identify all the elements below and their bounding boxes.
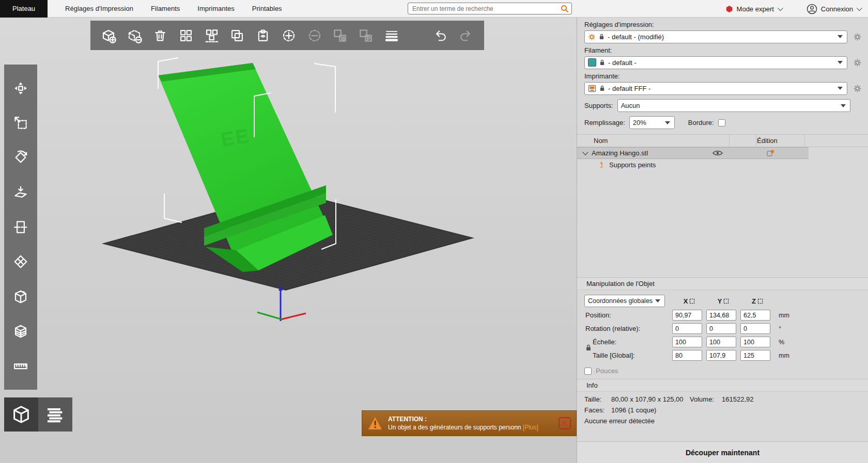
delete-all-icon[interactable] [149, 24, 172, 47]
infill-label: Remplissage: [584, 119, 625, 126]
3d-editor-view-button[interactable] [4, 397, 38, 432]
position-label: Position: [584, 311, 672, 319]
rotation-x-input[interactable] [672, 323, 702, 334]
multimaterial-paint-tool-icon[interactable] [9, 320, 33, 343]
search-input[interactable] [408, 5, 561, 12]
measure-tool-icon[interactable] [9, 354, 33, 378]
coordinates-select[interactable]: Coordonnées globales [584, 295, 665, 307]
visibility-eye-icon[interactable] [712, 150, 723, 156]
rotation-unit: ° [774, 325, 795, 332]
collapse-caret-icon[interactable] [582, 149, 588, 155]
supports-select[interactable]: Aucun [617, 99, 850, 112]
arrange-bed-icon[interactable] [200, 24, 223, 47]
filament-label: Filament: [584, 46, 868, 54]
tab-printers[interactable]: Imprimantes [197, 5, 235, 12]
size-label: Taille [Global]: [584, 352, 672, 359]
chevron-down-icon [778, 5, 783, 11]
model-logo: EE [220, 125, 252, 151]
copy-icon[interactable] [226, 24, 249, 47]
printer-gear-button[interactable] [850, 82, 864, 95]
supports-value: Aucun [621, 102, 838, 109]
login-button[interactable]: Connexion [807, 4, 861, 14]
infill-select[interactable]: 20% [629, 116, 675, 129]
supports-label: Supports: [584, 102, 613, 109]
cut-tool-icon[interactable] [9, 215, 33, 239]
object-row[interactable]: Amazing Hango.stl [577, 147, 809, 159]
filament-select[interactable]: - default - [584, 56, 847, 69]
print-settings-gear-button[interactable] [850, 30, 864, 43]
size-x-input[interactable] [672, 350, 702, 361]
brim-checkbox[interactable] [718, 119, 725, 126]
scale-x-input[interactable] [672, 337, 702, 347]
scale-tool-icon[interactable] [9, 111, 33, 135]
scale-unit: % [774, 339, 795, 346]
supports-painted-label: Supports peints [609, 161, 656, 169]
edit-object-icon[interactable] [766, 149, 774, 157]
tab-print-settings[interactable]: Réglages d'Impression [65, 5, 133, 12]
warning-message: Un objet a des générateurs de supports p… [388, 424, 521, 431]
rotation-y-input[interactable] [706, 323, 736, 334]
split-to-objects-icon[interactable] [329, 24, 351, 47]
add-object-icon[interactable] [98, 24, 120, 47]
expert-mode-selector[interactable]: Mode expert [725, 5, 782, 13]
position-x-input[interactable] [672, 310, 702, 321]
seam-tool-icon[interactable] [9, 285, 33, 309]
print-settings-select[interactable]: - default - (modifié) [584, 30, 847, 43]
paint-supports-icon [598, 161, 605, 169]
close-icon[interactable]: ✕ [559, 417, 571, 429]
tab-plateau[interactable]: Plateau [0, 0, 48, 18]
printer-select[interactable]: - default FFF - [584, 82, 847, 95]
cube-icon [11, 404, 32, 425]
paint-supports-tool-icon[interactable] [9, 250, 33, 274]
scene-canvas[interactable]: EE [0, 18, 577, 463]
inches-label: Pouces [596, 367, 618, 375]
preview-view-button[interactable] [38, 397, 72, 432]
brim-label: Bordure: [688, 119, 714, 126]
uniform-scale-lock-icon[interactable] [585, 344, 592, 353]
lock-icon [599, 85, 605, 92]
info-faces-label: Faces: [584, 406, 611, 414]
printer-icon [588, 85, 596, 92]
gear-icon [853, 84, 862, 93]
rotate-tool-icon[interactable] [9, 146, 33, 169]
rotation-z-input[interactable] [740, 323, 770, 334]
size-z-input[interactable] [740, 350, 770, 361]
redo-icon[interactable] [455, 24, 477, 47]
position-z-input[interactable] [740, 310, 770, 321]
position-unit: mm [774, 312, 795, 319]
tab-filaments[interactable]: Filaments [151, 5, 180, 12]
paste-icon[interactable] [252, 24, 274, 47]
size-y-input[interactable] [706, 350, 736, 361]
y-axis-icon [723, 298, 729, 304]
supports-painted-row[interactable]: Supports peints [577, 159, 868, 171]
add-instance-icon[interactable] [277, 24, 300, 47]
slice-now-button[interactable]: Découper maintenant [577, 441, 868, 463]
x-axis-icon [689, 298, 695, 304]
inches-checkbox[interactable] [584, 368, 592, 375]
object-toolbar [90, 21, 484, 50]
rotation-label: Rotation (relative): [584, 325, 672, 332]
filament-gear-button[interactable] [850, 56, 864, 69]
arrange-icon[interactable] [175, 24, 197, 47]
3d-viewport[interactable]: EE [0, 18, 577, 463]
position-y-input[interactable] [706, 310, 736, 321]
view-switcher [4, 397, 72, 432]
warning-more-link[interactable]: [Plus] [523, 424, 538, 431]
place-on-face-tool-icon[interactable] [9, 181, 33, 204]
column-edit: Édition [757, 137, 778, 145]
undo-icon[interactable] [429, 24, 451, 47]
tab-printables[interactable]: Printables [252, 5, 282, 12]
split-to-parts-icon[interactable] [355, 24, 377, 47]
remove-instance-icon[interactable] [303, 24, 326, 47]
scale-z-input[interactable] [740, 337, 770, 347]
search-box[interactable] [408, 3, 572, 14]
delete-object-icon[interactable] [123, 24, 146, 47]
mode-label: Mode expert [737, 5, 774, 13]
move-tool-icon[interactable] [9, 76, 33, 100]
info-faces-value: 1096 (1 coque) [611, 406, 868, 414]
scale-y-input[interactable] [706, 337, 736, 347]
search-icon[interactable] [561, 5, 569, 13]
variable-layer-height-icon[interactable] [381, 24, 403, 47]
object-name: Amazing Hango.stl [592, 149, 648, 157]
user-icon [807, 4, 817, 14]
